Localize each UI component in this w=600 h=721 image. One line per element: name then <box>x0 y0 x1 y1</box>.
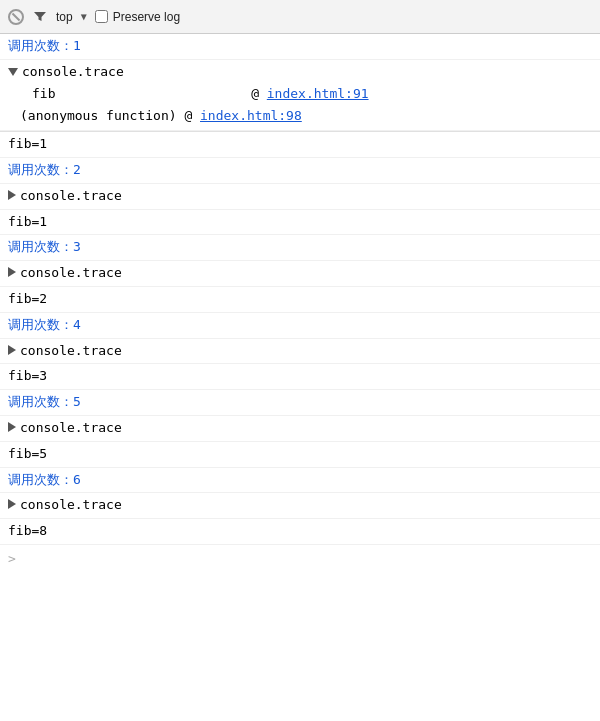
collapse-icon[interactable] <box>8 499 16 509</box>
collapse-icon[interactable] <box>8 190 16 200</box>
call-count-number: 2 <box>73 160 81 181</box>
fib-value-row: fib=3 <box>0 364 600 390</box>
fib-value-text: fib=1 <box>8 212 47 233</box>
trace-anon-name: (anonymous function) <box>20 108 177 123</box>
call-count-number: 1 <box>73 36 81 57</box>
trace-line-anon: (anonymous function) @ index.html:98 <box>8 105 302 128</box>
filter-icon[interactable] <box>32 9 48 25</box>
fib-value-text: fib=1 <box>8 134 47 155</box>
trace-label: console.trace <box>20 341 122 362</box>
trace-expanded-row: console.trace fib @ index.html:91 (anony… <box>0 60 600 131</box>
call-count-text: 调用次数： <box>8 36 73 57</box>
prompt-symbol: > <box>8 551 16 566</box>
preserve-log-area: Preserve log <box>95 10 180 24</box>
console-prompt[interactable]: > <box>0 545 600 572</box>
context-selector-chevron[interactable]: ▼ <box>81 11 87 22</box>
fib-value-row: fib=8 <box>0 519 600 545</box>
console-output: 调用次数： 1 console.trace fib @ index.html:9… <box>0 34 600 545</box>
fib-value-row: fib=5 <box>0 442 600 468</box>
trace-label: console.trace <box>20 495 122 516</box>
call-count-row: 调用次数： 1 <box>0 34 600 60</box>
call-count-number: 3 <box>73 237 81 258</box>
collapse-icon[interactable] <box>8 267 16 277</box>
trace-label: console.trace <box>20 263 122 284</box>
preserve-log-label: Preserve log <box>113 10 180 24</box>
trace-link-2[interactable]: index.html:98 <box>200 108 302 123</box>
call-count-text: 调用次数： <box>8 315 73 336</box>
trace-label: console.trace <box>20 418 122 439</box>
collapse-icon[interactable] <box>8 345 16 355</box>
trace-at: @ <box>251 86 267 101</box>
call-count-number: 6 <box>73 470 81 491</box>
collapse-icon[interactable] <box>8 422 16 432</box>
expand-icon[interactable] <box>8 68 18 76</box>
call-count-row: 调用次数： 3 <box>0 235 600 261</box>
trace-label: console.trace <box>22 62 124 83</box>
trace-header[interactable]: console.trace <box>8 62 124 83</box>
call-count-row: 调用次数： 4 <box>0 313 600 339</box>
trace-link-1[interactable]: index.html:91 <box>267 86 369 101</box>
trace-collapsed-row: console.trace <box>0 184 600 210</box>
trace-line-fib: fib @ index.html:91 <box>8 83 369 106</box>
trace-collapsed-row: console.trace <box>0 261 600 287</box>
call-count-text: 调用次数： <box>8 237 73 258</box>
call-count-text: 调用次数： <box>8 160 73 181</box>
context-selector-label: top <box>56 10 73 24</box>
call-count-row: 调用次数： 2 <box>0 158 600 184</box>
trace-label: console.trace <box>20 186 122 207</box>
call-count-text: 调用次数： <box>8 392 73 413</box>
trace-at-2: @ <box>184 108 200 123</box>
call-count-number: 4 <box>73 315 81 336</box>
no-entry-icon[interactable] <box>8 9 24 25</box>
fib-value-text: fib=5 <box>8 444 47 465</box>
devtools-toolbar: top ▼ Preserve log <box>0 0 600 34</box>
trace-collapsed-row: console.trace <box>0 416 600 442</box>
call-count-row: 调用次数： 5 <box>0 390 600 416</box>
fib-value-text: fib=8 <box>8 521 47 542</box>
fib-value-row: fib=2 <box>0 287 600 313</box>
fib-value-text: fib=3 <box>8 366 47 387</box>
trace-collapsed-row: console.trace <box>0 339 600 365</box>
trace-func-name: fib <box>32 86 55 101</box>
fib-value-text: fib=2 <box>8 289 47 310</box>
call-count-text: 调用次数： <box>8 470 73 491</box>
call-count-row: 调用次数： 6 <box>0 468 600 494</box>
trace-collapsed-row: console.trace <box>0 493 600 519</box>
call-count-number: 5 <box>73 392 81 413</box>
preserve-log-checkbox[interactable] <box>95 10 108 23</box>
fib-value-row: fib=1 <box>0 210 600 236</box>
fib-value-row: fib=1 <box>0 132 600 158</box>
